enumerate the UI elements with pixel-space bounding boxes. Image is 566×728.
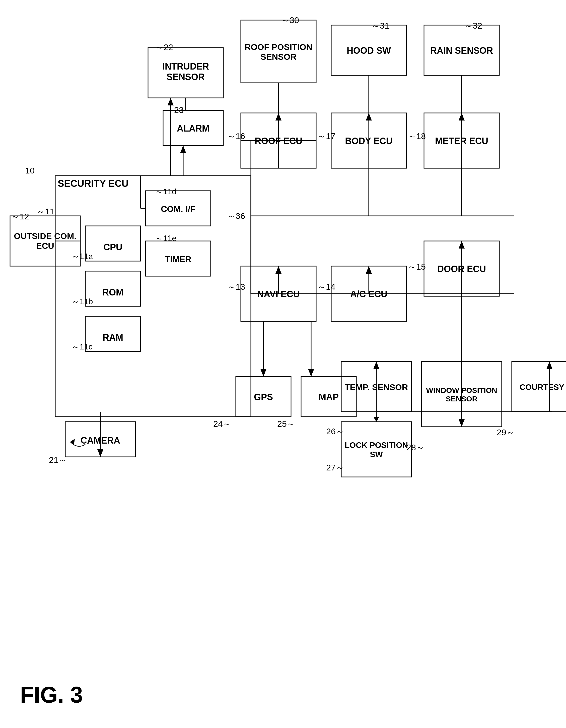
courtesy-sw-label: COURTESY SW — [514, 365, 566, 410]
body-ecu-label: BODY ECU — [333, 116, 404, 166]
timer-label: TIMER — [148, 244, 209, 274]
ref-26: 26～ — [326, 426, 344, 437]
ref-13: ～13 — [227, 281, 245, 293]
ref-11a: ～11a — [72, 251, 93, 262]
svg-marker-29 — [180, 146, 186, 153]
ref-16: ～16 — [227, 131, 245, 142]
rain-sensor-label: RAIN SENSOR — [426, 28, 497, 73]
ref-22: ～22 — [155, 42, 173, 53]
rom-label: ROM — [88, 276, 138, 309]
ref-11b: ～11b — [72, 296, 93, 307]
ref-15: ～15 — [408, 261, 426, 273]
diagram: FIG. 3 10 SECURITY ECU CPU ROM RAM COM. … — [0, 0, 566, 728]
ref-28: 28～ — [406, 442, 424, 453]
outside-com-label: OUTSIDE COM. ECU — [12, 218, 78, 264]
fig-label: FIG. 3 — [20, 682, 83, 708]
ref-25: 25～ — [277, 418, 295, 430]
svg-marker-66 — [373, 417, 379, 422]
alarm-label: ALARM — [165, 113, 221, 144]
ref-32: ～32 — [464, 20, 482, 32]
window-pos-label: WINDOW POSITION SENSOR — [423, 365, 500, 425]
ref-14: ～14 — [317, 281, 335, 293]
door-ecu-label: DOOR ECU — [426, 244, 497, 294]
ref-18: ～18 — [408, 131, 426, 142]
ref-31: ～31 — [371, 20, 389, 32]
ref-11: ～11 — [36, 206, 54, 217]
ac-ecu-label: A/C ECU — [333, 269, 404, 319]
ref-36: ～36 — [227, 210, 245, 222]
meter-ecu-label: METER ECU — [426, 116, 497, 166]
navi-ecu-label: NAVI ECU — [243, 269, 314, 319]
ref-27: 27～ — [326, 462, 344, 473]
roof-ecu-label: ROOF ECU — [243, 116, 314, 166]
temp-sensor-label: TEMP. SENSOR — [343, 365, 409, 410]
ref-23: ～23 — [166, 104, 184, 116]
lock-pos-label: LOCK POSITION SW — [343, 425, 409, 475]
ref-12: ～12 — [11, 211, 29, 222]
security-ecu-label: SECURITY ECU — [58, 178, 129, 189]
ram-label: RAM — [88, 321, 138, 354]
ref-17: ～17 — [317, 131, 335, 142]
ref-29: 29～ — [497, 427, 515, 438]
camera-label: CAMERA — [67, 426, 134, 456]
ref-24: 24～ — [213, 418, 231, 430]
connection-lines — [0, 0, 566, 728]
ref-11e: ～11e — [155, 233, 176, 244]
cpu-label: CPU — [88, 231, 138, 264]
ref-11d: ～11d — [155, 186, 176, 197]
svg-marker-53 — [261, 369, 267, 377]
ref-11c: ～11c — [72, 341, 93, 352]
com-if-label: COM. I/F — [148, 194, 209, 224]
gps-label: GPS — [238, 380, 289, 415]
ref-10: 10 — [25, 166, 35, 175]
intruder-label: INTRUDER SENSOR — [150, 50, 221, 93]
ref-30: ～30 — [281, 15, 299, 26]
ref-21: 21～ — [49, 454, 67, 466]
svg-marker-54 — [308, 369, 314, 377]
roof-pos-label: ROOF POSITION SENSOR — [243, 23, 314, 81]
hood-sw-label: HOOD SW — [333, 28, 404, 73]
